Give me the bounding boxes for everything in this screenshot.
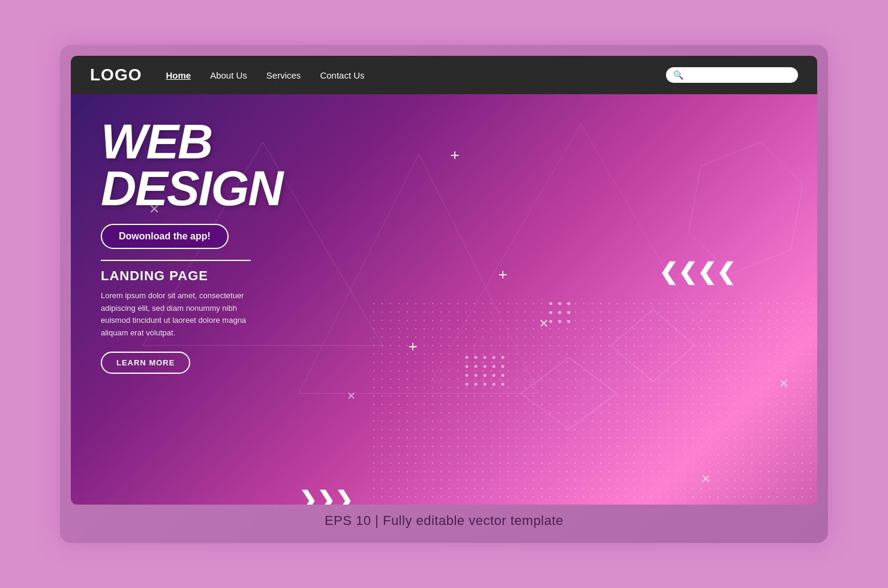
divider — [101, 260, 251, 261]
search-icon: 🔍 — [673, 70, 683, 80]
svg-point-27 — [502, 356, 505, 359]
hero-section: ✕ ✕ ✕ ✕ ✕ + + + — [71, 94, 817, 505]
svg-point-41 — [493, 383, 496, 386]
logo: LOGO — [90, 65, 142, 85]
nav-contact[interactable]: Contact Us — [320, 70, 364, 80]
svg-marker-1 — [299, 154, 539, 394]
svg-text:+: + — [408, 337, 417, 355]
svg-point-37 — [502, 374, 505, 377]
svg-point-30 — [484, 365, 487, 368]
lorem-text: Lorem ipsum dolor sit amet, consectetuer… — [101, 290, 257, 340]
navbar: LOGO Home About Us Services Contact Us 🔍 — [71, 56, 817, 94]
svg-point-34 — [475, 374, 478, 377]
hero-title-line2: DESIGN — [101, 165, 282, 212]
svg-point-24 — [475, 356, 478, 359]
svg-marker-5 — [521, 358, 617, 430]
svg-point-15 — [559, 302, 562, 305]
svg-text:✕: ✕ — [539, 317, 549, 330]
svg-point-23 — [466, 356, 469, 359]
search-input[interactable] — [688, 70, 793, 80]
svg-point-32 — [502, 365, 505, 368]
svg-text:+: + — [450, 146, 459, 164]
nav-services[interactable]: Services — [266, 70, 301, 80]
svg-text:✕: ✕ — [701, 472, 711, 485]
outer-frame: LOGO Home About Us Services Contact Us 🔍 — [60, 45, 828, 543]
svg-point-29 — [475, 365, 478, 368]
svg-text:❯❯❯: ❯❯❯ — [299, 487, 353, 505]
svg-point-39 — [475, 383, 478, 386]
svg-point-36 — [493, 374, 496, 377]
svg-marker-2 — [431, 124, 731, 382]
svg-point-33 — [466, 374, 469, 377]
nav-home[interactable]: Home — [166, 70, 191, 80]
svg-point-16 — [568, 302, 571, 305]
caption-text: EPS 10 | Fully editable vector template — [71, 505, 817, 532]
svg-point-35 — [484, 374, 487, 377]
svg-point-22 — [568, 320, 571, 323]
svg-point-21 — [559, 320, 562, 323]
svg-point-38 — [466, 383, 469, 386]
nav-about[interactable]: About Us — [210, 70, 247, 80]
svg-text:❮❮❮❮: ❮❮❮❮ — [659, 259, 736, 286]
svg-marker-3 — [689, 142, 803, 274]
landing-page-label: LANDING PAGE — [101, 268, 282, 284]
svg-point-25 — [484, 356, 487, 359]
svg-point-31 — [493, 365, 496, 368]
hero-title-line1: WEB — [101, 118, 282, 165]
halftone-pattern — [370, 299, 817, 505]
search-bar[interactable]: 🔍 — [666, 67, 798, 83]
hero-content: WEB DESIGN Dowonload the app! LANDING PA… — [101, 118, 282, 374]
svg-text:+: + — [498, 265, 507, 283]
svg-point-28 — [466, 365, 469, 368]
svg-text:✕: ✕ — [347, 390, 356, 402]
svg-marker-4 — [611, 310, 695, 382]
svg-point-26 — [493, 356, 496, 359]
download-button[interactable]: Dowonload the app! — [101, 224, 229, 249]
svg-point-20 — [550, 320, 553, 323]
svg-text:✕: ✕ — [779, 377, 789, 390]
learn-more-button[interactable]: LEARN MORE — [101, 352, 190, 374]
svg-point-42 — [502, 383, 505, 386]
svg-point-40 — [484, 383, 487, 386]
svg-point-18 — [559, 311, 562, 314]
nav-links: Home About Us Services Contact Us — [166, 70, 642, 80]
browser-window: LOGO Home About Us Services Contact Us 🔍 — [71, 56, 817, 505]
svg-point-17 — [550, 311, 553, 314]
svg-point-14 — [550, 302, 553, 305]
svg-point-19 — [568, 311, 571, 314]
